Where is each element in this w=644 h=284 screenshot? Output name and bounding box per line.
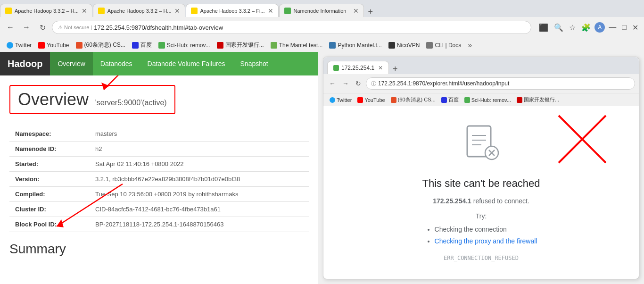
hadoop-menu: Overview Datanodes Datanode Volume Failu…: [50, 52, 275, 75]
mini-bookmark-cs-favicon: [391, 97, 396, 103]
bookmark-bank-label: 国家开发银行...: [225, 41, 264, 49]
tab-2-title: Apache Hadoop 3.3.2 – H...: [107, 8, 172, 14]
toolbar-icons: ⬛ 🔍 ☆ 🧩 A — □ ✕: [537, 21, 640, 34]
tab-3-title: Apache Hadoop 3.3.2 – Fi...: [200, 8, 265, 14]
mini-bookmark-cs-label: (60条消息) CS...: [398, 96, 436, 103]
cast-icon[interactable]: ⬛: [537, 21, 550, 34]
mini-bookmark-bank[interactable]: 国家开发银行...: [514, 95, 561, 104]
bookmark-youtube-label: YouTube: [47, 42, 69, 49]
table-val-block-pool-id: BP-2027118118-172.25.254.1-1648870156463: [90, 217, 309, 232]
forward-button[interactable]: →: [20, 21, 33, 34]
tab-4-close[interactable]: ✕: [353, 7, 359, 15]
profile-icon[interactable]: A: [594, 22, 605, 33]
svg-line-4: [559, 116, 606, 163]
mini-bookmark-youtube-label: YouTube: [364, 97, 385, 103]
error-icon: [462, 124, 500, 168]
error-item-1-text: Checking the connection: [435, 226, 507, 233]
new-tab-button[interactable]: +: [364, 7, 377, 17]
annotation-red-x: [554, 111, 611, 167]
mini-bookmark-scihub[interactable]: Sci-Hub: remov...: [462, 96, 513, 104]
star-icon[interactable]: ☆: [567, 21, 578, 34]
bookmark-baidu-favicon: [132, 42, 139, 49]
mini-tab-title: 172.25.254.1: [341, 65, 374, 71]
tab-3[interactable]: Apache Hadoop 3.3.2 – Fi... ✕: [186, 4, 279, 17]
tab-2[interactable]: Apache Hadoop 3.3.2 – H... ✕: [93, 4, 185, 17]
mini-tab-1[interactable]: 172.25.254.1 ✕: [327, 61, 389, 74]
bookmark-youtube-favicon: [38, 42, 45, 49]
menu-overview[interactable]: Overview: [50, 52, 92, 75]
table-row: Namenode ID: h2: [9, 142, 309, 157]
table-val-version: 3.2.1, rb3cbbb467e22ea829b3808f4b7b01d07…: [90, 172, 309, 187]
table-key-block-pool-id: Block Pool ID:: [9, 217, 90, 232]
overview-title: Overview: [18, 90, 89, 109]
secure-indicator: ⚠ Not secure |: [58, 25, 92, 31]
mini-reload-button[interactable]: ↻: [354, 78, 363, 89]
error-ip: 172.25.254.1: [433, 197, 471, 205]
mini-bookmark-cs[interactable]: (60条消息) CS...: [388, 95, 438, 104]
mini-bookmark-youtube-favicon: [357, 97, 363, 103]
table-row: Cluster ID: CID-84acfc5a-7412-4681-bc76-…: [9, 202, 309, 217]
mini-bookmark-youtube[interactable]: YouTube: [355, 96, 387, 104]
tab-3-close[interactable]: ✕: [268, 7, 273, 15]
hadoop-brand: Hadoop: [0, 52, 50, 75]
error-desc-suffix: refused to connect.: [473, 197, 529, 205]
close-icon[interactable]: ✕: [630, 21, 640, 34]
mini-forward-button[interactable]: →: [340, 78, 351, 89]
mini-bookmark-twitter[interactable]: Twitter: [327, 96, 354, 104]
error-list: Checking the connection Checking the pro…: [425, 224, 537, 247]
content-area: Hadoop Overview Datanodes Datanode Volum…: [0, 52, 644, 284]
bookmark-scihub-favicon: [158, 42, 165, 49]
mini-bookmark-baidu[interactable]: 百度: [439, 95, 461, 104]
table-key-cluster-id: Cluster ID:: [9, 202, 90, 217]
bookmark-twitter[interactable]: Twitter: [4, 41, 34, 50]
zoom-icon[interactable]: 🔍: [552, 21, 565, 34]
mini-back-button[interactable]: ←: [327, 78, 338, 89]
bookmark-mantel[interactable]: The Mantel test...: [268, 41, 326, 50]
error-list-item-1: Checking the connection: [435, 224, 537, 235]
back-button[interactable]: ←: [4, 21, 17, 34]
bookmarks-bar: Twitter YouTube (60条消息) CS... 百度 Sci-Hub…: [0, 38, 644, 52]
tab-4[interactable]: Namenode Information ✕: [279, 4, 364, 17]
maximize-icon[interactable]: □: [620, 21, 628, 33]
mini-bookmarks-bar: Twitter YouTube (60条消息) CS... 百度: [323, 93, 639, 106]
hadoop-brand-text: Hadoop: [8, 58, 42, 69]
bookmark-bank[interactable]: 国家开发银行...: [214, 40, 267, 50]
error-list-item-2: Checking the proxy and the firewall: [435, 235, 537, 247]
mini-new-tab-button[interactable]: +: [389, 64, 402, 74]
tab-4-favicon: [284, 8, 291, 14]
mini-tab-close[interactable]: ✕: [378, 65, 383, 71]
mini-bookmark-baidu-label: 百度: [448, 96, 459, 103]
bookmark-python[interactable]: Python Mantel.t...: [326, 41, 384, 50]
bookmark-cli[interactable]: CLI | Docs: [423, 41, 464, 50]
menu-datanode-volume-failures[interactable]: Datanode Volume Failures: [140, 52, 233, 75]
hadoop-panel: Hadoop Overview Datanodes Datanode Volum…: [0, 52, 318, 284]
address-bar[interactable]: ⚠ Not secure | 172.25.254.5:9870/dfsheal…: [52, 21, 531, 34]
bookmarks-more[interactable]: »: [465, 40, 475, 50]
mini-address-bar: ← → ↻ ⓘ 172.25.254.1:9870/explorer.html#…: [323, 74, 639, 93]
mini-bookmark-baidu-favicon: [441, 97, 447, 103]
minimize-icon[interactable]: —: [607, 21, 618, 33]
tab-3-favicon: [191, 8, 198, 14]
bookmark-scihub[interactable]: Sci-Hub: remov...: [156, 41, 213, 50]
tab-1[interactable]: Apache Hadoop 3.3.2 – H... ✕: [0, 4, 92, 17]
error-item-2-link[interactable]: Checking the proxy and the firewall: [435, 237, 537, 245]
summary-title: Summary: [9, 242, 309, 257]
tab-2-close[interactable]: ✕: [174, 7, 180, 15]
bookmark-youtube[interactable]: YouTube: [35, 41, 72, 50]
menu-datanodes[interactable]: Datanodes: [93, 52, 140, 75]
bookmark-cs[interactable]: (60条消息) CS...: [73, 40, 128, 50]
bookmark-python-favicon: [329, 42, 336, 49]
tab-bar: Apache Hadoop 3.3.2 – H... ✕ Apache Hado…: [0, 0, 644, 17]
extension-icon[interactable]: 🧩: [579, 21, 593, 34]
reload-button[interactable]: ↻: [36, 21, 49, 34]
table-key-namespace: Namespace:: [9, 126, 90, 142]
error-content: This site can't be reached 172.25.254.1 …: [323, 106, 639, 279]
menu-snapshot[interactable]: Snapshot: [233, 52, 276, 75]
bookmark-cs-favicon: [76, 42, 83, 49]
tab-1-close[interactable]: ✕: [82, 7, 87, 15]
bookmark-nico[interactable]: NicoVPN: [386, 41, 423, 50]
table-row: Block Pool ID: BP-2027118118-172.25.254.…: [9, 217, 309, 232]
mini-address-input[interactable]: ⓘ 172.25.254.1:9870/explorer.html#/user/…: [366, 77, 635, 90]
bookmark-baidu[interactable]: 百度: [129, 40, 155, 50]
bookmark-scihub-label: Sci-Hub: remov...: [167, 42, 210, 49]
